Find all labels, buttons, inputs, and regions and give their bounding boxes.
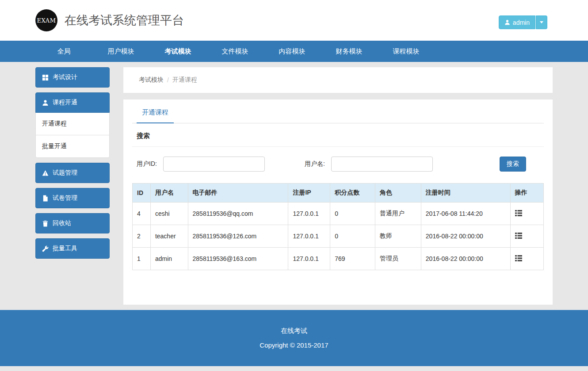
cell-id: 4 xyxy=(133,203,151,225)
app-logo-text: EXAM xyxy=(37,17,56,24)
col-header-role: 角色 xyxy=(375,184,421,203)
user-menu-caret-button[interactable] xyxy=(536,15,547,29)
col-header-register-time: 注册时间 xyxy=(421,184,510,203)
main-panel: 开通课程 搜索 用户ID: 用户名: 搜索 ID 用户名 xyxy=(123,99,553,305)
row-actions-list-icon[interactable] xyxy=(515,233,522,239)
cell-username: admin xyxy=(150,248,188,270)
nav-item-finance-module[interactable]: 财务模块 xyxy=(321,41,378,62)
app-logo: EXAM xyxy=(35,9,57,31)
users-table: ID 用户名 电子邮件 注册IP 积分点数 角色 注册时间 操作 4 ceshi xyxy=(132,183,544,270)
cell-register-ip: 127.0.0.1 xyxy=(288,203,330,225)
row-actions-list-icon[interactable] xyxy=(515,255,522,261)
breadcrumb-current: 开通课程 xyxy=(172,76,197,84)
search-form: 用户ID: 用户名: 搜索 xyxy=(132,147,544,172)
nav-item-file-module[interactable]: 文件模块 xyxy=(206,41,263,62)
footer-copyright: Copyright © 2015-2017 xyxy=(0,341,588,349)
sidebar-item-course-open[interactable]: 课程开通 xyxy=(35,92,110,113)
cell-points: 769 xyxy=(330,248,375,270)
nav-item-course-module[interactable]: 课程模块 xyxy=(378,41,435,62)
wrench-icon xyxy=(42,245,49,252)
tab-open-course[interactable]: 开通课程 xyxy=(137,99,174,123)
sidebar: 考试设计 课程开通 开通课程 批量开通 试题管理 xyxy=(35,67,110,264)
search-button[interactable]: 搜索 xyxy=(500,157,526,172)
app-footer: 在线考试 Copyright © 2015-2017 xyxy=(0,310,588,366)
sidebar-item-question-management[interactable]: 试题管理 xyxy=(35,163,110,183)
user-name-input[interactable] xyxy=(331,157,433,172)
user-name-label: 用户名: xyxy=(305,160,325,168)
tab-bar: 开通课程 xyxy=(132,99,544,123)
sidebar-item-label: 回收站 xyxy=(53,219,71,227)
cell-username: teacher xyxy=(150,225,188,248)
cell-register-time: 2016-08-22 00:00:00 xyxy=(421,225,510,248)
col-header-register-ip: 注册IP xyxy=(288,184,330,203)
col-header-id: ID xyxy=(133,184,151,203)
content: 考试模块 / 开通课程 开通课程 搜索 用户ID: 用户名: 搜索 xyxy=(123,67,553,305)
app-header: EXAM 在线考试系统管理平台 admin xyxy=(0,0,588,41)
chevron-down-icon xyxy=(540,21,543,23)
cell-id: 2 xyxy=(133,225,151,248)
col-header-points: 积分点数 xyxy=(330,184,375,203)
user-menu-button[interactable]: admin xyxy=(499,15,535,29)
grid-icon xyxy=(42,74,49,81)
user-icon xyxy=(42,99,49,106)
sidebar-item-label: 试题管理 xyxy=(53,169,77,177)
sidebar-subitem-open-course[interactable]: 开通课程 xyxy=(35,113,110,135)
nav-item-global[interactable]: 全局 xyxy=(35,41,92,62)
nav-item-user-module[interactable]: 用户模块 xyxy=(92,41,149,62)
page-title: 在线考试系统管理平台 xyxy=(65,12,184,28)
table-row: 4 ceshi 2858119536@qq.com 127.0.0.1 0 普通… xyxy=(133,203,544,225)
breadcrumb-parent[interactable]: 考试模块 xyxy=(139,76,164,84)
nav-item-content-module[interactable]: 内容模块 xyxy=(263,41,321,62)
user-menu-label: admin xyxy=(513,19,530,26)
user-menu-group: admin xyxy=(499,15,547,29)
cell-email: 2858119536@qq.com xyxy=(188,203,288,225)
sidebar-item-label: 批量工具 xyxy=(53,245,77,252)
sidebar-group-course-open: 课程开通 开通课程 批量开通 xyxy=(35,92,110,158)
sidebar-subitem-label: 开通课程 xyxy=(42,120,67,128)
sidebar-item-recycle-bin[interactable]: 回收站 xyxy=(35,213,110,233)
breadcrumb: 考试模块 / 开通课程 xyxy=(123,67,553,93)
col-header-email: 电子邮件 xyxy=(188,184,288,203)
user-id-input[interactable] xyxy=(163,157,265,172)
footer-site-name: 在线考试 xyxy=(0,327,588,335)
cell-points: 0 xyxy=(330,225,375,248)
cell-role: 管理员 xyxy=(375,248,421,270)
sidebar-item-label: 试卷管理 xyxy=(53,194,77,202)
col-header-username: 用户名 xyxy=(150,184,188,203)
table-row: 1 admin 2858119536@163.com 127.0.0.1 769… xyxy=(133,248,544,270)
cell-register-ip: 127.0.0.1 xyxy=(288,225,330,248)
cell-register-ip: 127.0.0.1 xyxy=(288,248,330,270)
breadcrumb-separator: / xyxy=(167,76,169,84)
cell-username: ceshi xyxy=(150,203,188,225)
cell-register-time: 2016-08-22 00:00:00 xyxy=(421,248,510,270)
col-header-actions: 操作 xyxy=(510,184,543,203)
sidebar-item-batch-tools[interactable]: 批量工具 xyxy=(35,238,110,259)
user-id-label: 用户ID: xyxy=(137,160,157,168)
cell-role: 教师 xyxy=(375,225,421,248)
cell-points: 0 xyxy=(330,203,375,225)
file-icon xyxy=(42,195,49,202)
trash-icon xyxy=(42,220,49,227)
cell-email: 2858119536@163.com xyxy=(188,248,288,270)
row-actions-list-icon[interactable] xyxy=(515,210,522,216)
cell-role: 普通用户 xyxy=(375,203,421,225)
search-section-title: 搜索 xyxy=(132,123,544,147)
nav-item-exam-module[interactable]: 考试模块 xyxy=(149,41,206,62)
sidebar-item-label: 考试设计 xyxy=(53,73,77,81)
sidebar-item-paper-management[interactable]: 试卷管理 xyxy=(35,188,110,208)
cell-register-time: 2017-06-08 11:44:20 xyxy=(421,203,510,225)
table-header-row: ID 用户名 电子邮件 注册IP 积分点数 角色 注册时间 操作 xyxy=(133,184,544,203)
main-wrap: 考试设计 课程开通 开通课程 批量开通 试题管理 xyxy=(35,62,553,310)
table-row: 2 teacher 2858119536@126.com 127.0.0.1 0… xyxy=(133,225,544,248)
warning-icon xyxy=(42,170,49,176)
top-nav: 全局 用户模块 考试模块 文件模块 内容模块 财务模块 课程模块 xyxy=(0,41,588,62)
sidebar-subitem-batch-open[interactable]: 批量开通 xyxy=(35,135,110,158)
cell-email: 2858119536@126.com xyxy=(188,225,288,248)
user-icon xyxy=(504,19,510,25)
sidebar-item-label: 课程开通 xyxy=(53,99,77,107)
sidebar-subitem-label: 批量开通 xyxy=(42,142,67,150)
sidebar-item-exam-design[interactable]: 考试设计 xyxy=(35,67,110,88)
cell-id: 1 xyxy=(133,248,151,270)
